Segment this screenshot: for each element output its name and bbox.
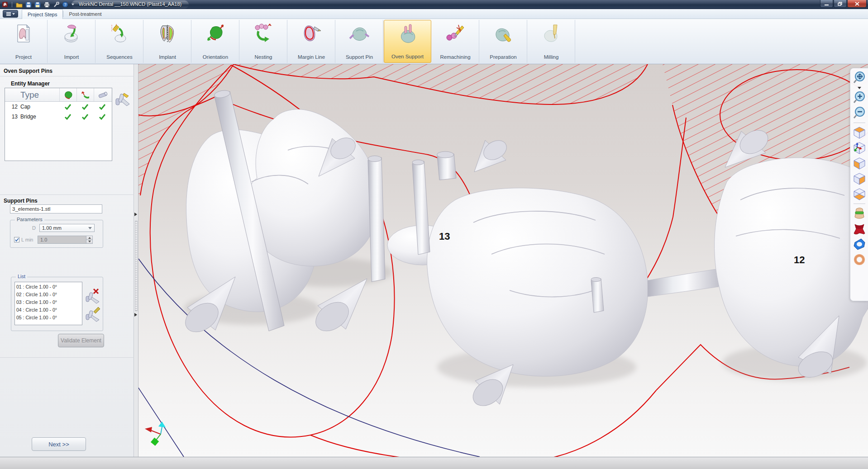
show-blank-button[interactable] xyxy=(852,252,867,267)
tooth-column-header[interactable] xyxy=(59,88,76,101)
delete-pin-icon xyxy=(85,287,101,304)
print-icon[interactable] xyxy=(43,2,50,8)
stl-filename-input[interactable] xyxy=(10,204,102,213)
show-crown-button[interactable] xyxy=(852,221,867,237)
delete-pin-button[interactable] xyxy=(85,287,101,304)
zoom-out-button[interactable] xyxy=(852,105,867,121)
entity-row-bridge[interactable]: 13 Bridge xyxy=(5,112,112,122)
entity-row-cap[interactable]: 12 Cap xyxy=(5,102,112,112)
ribbon-item-sequences[interactable]: Sequences xyxy=(96,20,143,63)
check-icon xyxy=(64,114,72,120)
ribbon-label: Support Pin xyxy=(346,54,373,60)
ribbon-label: Remachining xyxy=(440,54,470,60)
zoom-out-icon xyxy=(853,106,866,120)
app-icon[interactable] xyxy=(2,1,8,8)
list-item[interactable]: 01 : Circle 1.00 - 0° xyxy=(16,283,81,291)
ribbon-item-oven-support[interactable]: Oven Support xyxy=(384,20,431,63)
import-icon xyxy=(61,23,82,44)
ribbon-item-project[interactable]: Project xyxy=(0,20,48,63)
save-icon[interactable] xyxy=(25,2,32,8)
splitter-grip[interactable] xyxy=(135,221,138,311)
view-iso-button[interactable] xyxy=(852,140,867,156)
list-item[interactable]: 03 : Circle 1.00 - 0° xyxy=(16,298,81,306)
validate-element-button[interactable]: Validate Element xyxy=(58,334,104,347)
margin-line-icon xyxy=(301,23,322,44)
title-bar: ? WorkNC Dental __150.WNCD (Plast14_AA18… xyxy=(0,0,868,9)
tools-icon[interactable] xyxy=(53,2,59,8)
zoom-in-button[interactable] xyxy=(852,90,867,105)
open-icon[interactable] xyxy=(16,2,23,8)
ribbon-item-orientation[interactable]: Orientation xyxy=(192,20,239,63)
cube-top-icon xyxy=(853,126,866,139)
list-label: List xyxy=(16,274,27,279)
lmin-label: L min xyxy=(21,237,38,242)
collapse-arrow-icon[interactable] xyxy=(134,313,137,317)
ribbon-item-implant[interactable]: Implant xyxy=(144,20,191,63)
collapse-arrow-icon[interactable] xyxy=(134,213,137,216)
cube-front-icon xyxy=(853,156,866,170)
spin-up-button[interactable] xyxy=(86,236,92,240)
qat-separator xyxy=(12,2,12,7)
list-item[interactable]: 02 : Circle 1.00 - 0° xyxy=(16,291,81,298)
orientation-column-header[interactable] xyxy=(76,88,94,101)
entity-type: Bridge xyxy=(20,114,59,120)
pins-listbox[interactable]: 01 : Circle 1.00 - 0° 02 : Circle 1.00 -… xyxy=(14,282,82,325)
tab-project-steps[interactable]: Project Steps xyxy=(22,9,63,19)
list-item[interactable]: 05 : Circle 1.00 - 0° xyxy=(16,314,81,322)
preparation-icon xyxy=(493,23,514,44)
viewport-3d[interactable]: 13 12 xyxy=(138,64,868,457)
stump-tooth-icon xyxy=(853,207,866,220)
ribbon-label: Sequences xyxy=(106,54,133,60)
ribbon-item-nesting[interactable]: Nesting xyxy=(240,20,287,63)
type-column-header[interactable]: Type xyxy=(20,90,59,100)
minimize-button[interactable] xyxy=(820,0,833,8)
cube-bottom-icon xyxy=(853,187,866,201)
zoom-fit-button[interactable] xyxy=(852,70,867,85)
pin-column-header[interactable] xyxy=(94,88,111,101)
ribbon-item-remachining[interactable]: Remachining xyxy=(432,20,479,63)
restore-button[interactable] xyxy=(834,0,847,8)
show-stump-button[interactable] xyxy=(852,206,867,221)
ribbon-label: Milling xyxy=(544,54,559,60)
panel-splitter[interactable] xyxy=(134,64,138,457)
lmin-checkbox[interactable] xyxy=(14,237,19,242)
show-support-button[interactable] xyxy=(852,237,867,252)
ribbon-label: Nesting xyxy=(255,54,272,60)
ribbon-item-milling[interactable]: Milling xyxy=(528,20,575,63)
save-as-icon[interactable] xyxy=(34,2,41,8)
diameter-select[interactable]: 1.00 mm xyxy=(39,224,95,232)
spin-down-button[interactable] xyxy=(86,240,92,244)
element-label-13: 13 xyxy=(439,231,450,242)
lmin-input[interactable]: 1.0 xyxy=(38,236,93,244)
cube-right-icon xyxy=(853,172,866,185)
application-menu-button[interactable] xyxy=(3,10,18,18)
ribbon-item-import[interactable]: Import xyxy=(48,20,95,63)
pin-tools-button[interactable] xyxy=(114,90,131,108)
view-front-button[interactable] xyxy=(852,156,867,171)
view-right-button[interactable] xyxy=(852,171,867,186)
close-button[interactable] xyxy=(847,0,867,8)
toolbar-divider xyxy=(854,204,865,204)
ribbon-item-preparation[interactable]: Preparation xyxy=(480,20,527,63)
tab-post-treatment[interactable]: Post-treatment xyxy=(63,9,107,19)
chevron-down-icon xyxy=(88,227,92,229)
next-button[interactable]: Next >> xyxy=(32,437,86,451)
view-top-button[interactable] xyxy=(852,125,867,140)
implant-icon xyxy=(157,23,178,44)
view-bottom-button[interactable] xyxy=(852,186,867,202)
list-item[interactable]: 04 : Circle 1.00 - 0° xyxy=(16,306,81,314)
hamburger-icon xyxy=(6,12,11,16)
orientation-icon xyxy=(205,23,226,44)
ribbon-label: Orientation xyxy=(203,54,228,60)
zoom-options-button[interactable] xyxy=(852,85,867,90)
help-icon[interactable]: ? xyxy=(62,1,68,8)
ribbon-item-margin-line[interactable]: Margin Line xyxy=(288,20,335,63)
chevron-down-icon xyxy=(858,87,861,89)
ribbon-item-support-pin[interactable]: Support Pin xyxy=(336,20,383,63)
d-label: D xyxy=(32,225,39,231)
viewport-scene: 13 12 xyxy=(138,64,868,457)
edit-pin-button[interactable] xyxy=(85,305,101,322)
cube-axes-icon xyxy=(853,141,866,155)
sequences-icon xyxy=(109,23,130,44)
entity-id: 12 xyxy=(5,104,20,110)
